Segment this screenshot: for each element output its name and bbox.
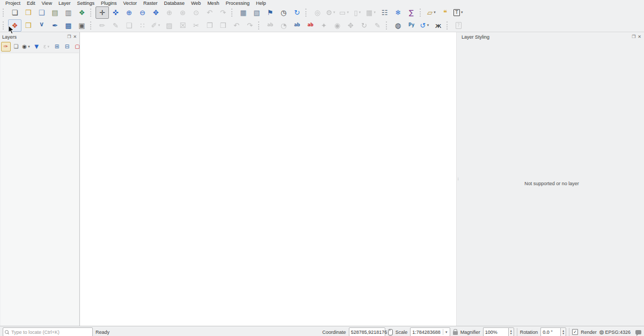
styling-panel-close-button[interactable]: ✕	[637, 34, 642, 39]
scale-combo[interactable]: 1:784283688 ▼	[410, 327, 450, 336]
plugin-refresh-dropdown-icon: ▼	[426, 24, 429, 27]
mouse-tracking-icon[interactable]	[388, 329, 393, 335]
pan-to-selection-button[interactable]: ✜	[109, 6, 122, 19]
save-project-button[interactable]: ❑	[35, 6, 48, 19]
rotation-spinbox[interactable]: 0.0 ° ▲▼	[540, 327, 566, 336]
refresh-map-button[interactable]: ↻	[290, 6, 304, 19]
run-feature-action-dropdown-icon: ▼	[333, 11, 336, 14]
menu-mesh[interactable]: Mesh	[204, 0, 222, 6]
measure-icon: ▱	[427, 9, 433, 16]
new-virtual-layer-button[interactable]: ▣	[75, 19, 89, 32]
add-group-button[interactable]: ❏	[11, 42, 21, 52]
show-layout-manager-icon: ▥	[65, 9, 71, 16]
toolbar-handle[interactable]	[447, 21, 450, 30]
locate-box[interactable]	[3, 327, 93, 336]
magnifier-label: Magnifier	[460, 330, 480, 335]
map-tips-button[interactable]: ❝	[438, 6, 452, 19]
toolbar-handle[interactable]	[420, 9, 423, 17]
magnifier-spin-arrows[interactable]: ▲▼	[508, 327, 514, 336]
highlight-pinned-labels-button[interactable]: ab	[290, 19, 304, 32]
menu-raster[interactable]: Raster	[140, 0, 161, 6]
copy-features-icon: ❐	[207, 22, 213, 29]
spatial-bookmarks-button[interactable]: ⚑	[264, 6, 277, 19]
toolbar-handle[interactable]	[231, 9, 235, 17]
menu-settings[interactable]: Settings	[74, 0, 98, 6]
new-map-view-button[interactable]: ▦	[237, 6, 250, 19]
help-button: ?	[452, 19, 465, 32]
layers-panel-float-button[interactable]: ❐	[67, 34, 71, 39]
menu-project[interactable]: Project	[2, 0, 24, 6]
menu-help[interactable]: Help	[253, 0, 269, 6]
text-annotation-icon: T	[453, 9, 460, 16]
metasearch-button[interactable]: ◍	[391, 19, 405, 32]
messages-icon[interactable]	[635, 330, 641, 334]
bug-plugin-button[interactable]: ж	[431, 19, 445, 32]
new-spatialite-layer-button[interactable]: ✒	[48, 19, 62, 32]
text-annotation-button[interactable]: T▼	[452, 6, 465, 19]
data-source-manager-button[interactable]: ❖	[8, 19, 21, 32]
collapse-all-button[interactable]: ⊟	[62, 42, 72, 52]
toolbar-handle[interactable]	[258, 21, 261, 30]
measure-button[interactable]: ▱▼	[425, 6, 438, 19]
locate-input[interactable]	[10, 329, 91, 335]
zoom-out-button[interactable]: ⊖	[136, 6, 149, 19]
rotation-spin-arrows[interactable]: ▲▼	[560, 327, 566, 336]
open-layer-styling-button[interactable]: ✑	[1, 42, 11, 52]
field-calculator-button[interactable]: ☷	[378, 6, 391, 19]
statistical-summary-button[interactable]: ∑	[405, 6, 418, 19]
rotation-value[interactable]: 0.0 °	[540, 327, 560, 336]
expand-all-button[interactable]: ⊞	[52, 42, 62, 52]
status-bar: Ready Coordinate 528785,9218176 Scale 1:…	[0, 326, 644, 336]
menu-web[interactable]: Web	[188, 0, 204, 6]
toggle-editing-button: ✎	[109, 19, 122, 32]
show-unplaced-labels-button[interactable]: ab	[304, 19, 317, 32]
new-shapefile-layer-button[interactable]: V	[35, 19, 48, 32]
menu-processing[interactable]: Processing	[222, 0, 253, 6]
processing-toolbox-button[interactable]: ❄	[391, 6, 405, 19]
menu-layer[interactable]: Layer	[55, 0, 74, 6]
style-manager-button[interactable]: ❖	[75, 6, 89, 19]
python-console-button[interactable]: Py	[405, 19, 418, 32]
layer-tree[interactable]	[1, 53, 79, 326]
text-annotation-dropdown-icon: ▼	[460, 11, 464, 14]
zoom-full-button[interactable]: ✥	[149, 6, 163, 19]
crs-status[interactable]: EPSG:4326	[605, 330, 631, 335]
filter-legend-button[interactable]: ▼	[32, 42, 41, 52]
menu-vector[interactable]: Vector	[120, 0, 140, 6]
menu-edit[interactable]: Edit	[24, 0, 39, 6]
render-checkbox[interactable]: ✓	[572, 329, 578, 335]
manage-map-themes-button[interactable]: ◉▼	[21, 42, 31, 52]
open-project-button[interactable]: ❒	[21, 6, 35, 19]
toolbar-handle[interactable]	[386, 21, 389, 30]
zoom-next-button: ↷	[216, 6, 230, 19]
temporal-controller-button[interactable]: ◷	[277, 6, 290, 19]
show-layout-manager-button[interactable]: ▥	[62, 6, 75, 19]
new-geopackage-layer-button[interactable]: ❒	[21, 19, 35, 32]
magnifier-spinbox[interactable]: 100% ▲▼	[483, 327, 514, 336]
new-project-button[interactable]: ❏	[8, 6, 21, 19]
new-geopackage-layer-icon: ❒	[25, 22, 32, 29]
toolbar-handle[interactable]	[305, 9, 309, 17]
zoom-in-button[interactable]: ⊕	[122, 6, 136, 19]
layers-panel-close-button[interactable]: ✕	[72, 34, 77, 39]
styling-panel-float-button[interactable]: ❐	[631, 34, 636, 39]
new-temporary-scratch-layer-button[interactable]: ▩	[62, 19, 75, 32]
menu-plugins[interactable]: Plugins	[98, 0, 120, 6]
map-canvas[interactable]	[80, 32, 456, 326]
new-print-layout-button[interactable]: ▤	[48, 6, 62, 19]
pan-map-button[interactable]: ✛	[96, 6, 109, 19]
menu-database[interactable]: Database	[161, 0, 188, 6]
temporal-controller-icon: ◷	[281, 9, 287, 16]
plugin-refresh-button[interactable]: ↺▼	[418, 19, 431, 32]
toolbar-handle[interactable]	[90, 21, 93, 30]
add-feature-button: ∷	[136, 19, 149, 32]
lock-scale-icon[interactable]	[453, 331, 458, 335]
menu-view[interactable]: View	[39, 0, 55, 6]
magnifier-value[interactable]: 100%	[483, 327, 508, 336]
toolbar-handle[interactable]	[3, 9, 6, 17]
new-3d-map-view-button[interactable]: ▧	[250, 6, 264, 19]
scale-dropdown-icon[interactable]: ▼	[443, 329, 448, 335]
toolbar-handle[interactable]	[3, 21, 6, 30]
coordinate-input[interactable]: 528785,9218176	[349, 327, 385, 336]
toolbar-handle[interactable]	[90, 9, 93, 17]
